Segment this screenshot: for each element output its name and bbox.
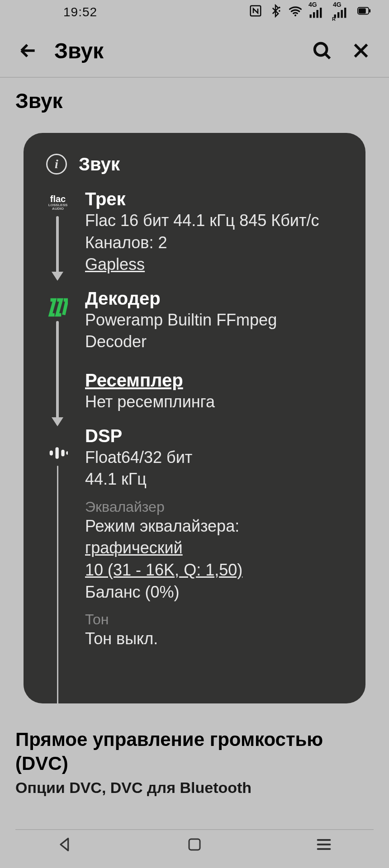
dsp-eq-bands-link[interactable]: 10 (31 - 16K, Q: 1,50) [85, 559, 343, 581]
info-icon: i [46, 154, 67, 175]
track-channels: Каналов: 2 [85, 232, 343, 254]
dsp-node: DSP Float64/32 бит 44.1 кГц Эквалайзер Р… [85, 425, 343, 650]
dsp-tone-status: Тон выкл. [85, 628, 343, 650]
dsp-eq-mode-label: Режим эквалайзера: [85, 515, 343, 538]
track-title: Трек [85, 188, 343, 210]
dsp-eq-section-label: Эквалайзер [85, 499, 343, 515]
dsp-balance: Баланс (0%) [85, 581, 343, 604]
resampler-title-link[interactable]: Ресемплер [85, 369, 343, 391]
flac-icon: flacLOSSLESS AUDIO [46, 191, 70, 214]
svg-rect-17 [50, 451, 53, 456]
chain-arrow-icon [56, 216, 59, 279]
decoder-title: Декодер [85, 288, 343, 309]
track-format: Flac 16 бит 44.1 кГц 845 Кбит/с [85, 210, 343, 232]
svg-rect-20 [66, 451, 68, 454]
track-gapless-link[interactable]: Gapless [85, 254, 343, 276]
dsp-tone-section-label: Тон [85, 611, 343, 628]
resampler-node: Ресемплер Нет ресемплинга [85, 369, 343, 413]
decoder-name: Poweramp Builtin FFmpeg Decoder [85, 309, 343, 353]
dialog-title: Звук [79, 154, 120, 175]
svg-rect-18 [56, 447, 59, 459]
dsp-eq-mode-link[interactable]: графический [85, 537, 343, 559]
chain-arrow-icon [56, 321, 59, 425]
svg-rect-19 [61, 450, 64, 457]
ffmpeg-icon [46, 296, 70, 319]
dsp-eq-icon [46, 441, 70, 465]
dsp-title: DSP [85, 425, 343, 447]
track-node: Трек Flac 16 бит 44.1 кГц 845 Кбит/с Кан… [85, 188, 343, 276]
chain-line [57, 466, 58, 703]
resampler-status: Нет ресемплинга [85, 391, 343, 413]
dsp-rate: 44.1 кГц [85, 468, 343, 491]
audio-info-dialog[interactable]: i Звук flacLOSSLESS AUDIO Трек Flac 16 б… [24, 133, 365, 703]
dsp-format: Float64/32 бит [85, 447, 343, 469]
decoder-node: Декодер Poweramp Builtin FFmpeg Decoder [85, 288, 343, 353]
